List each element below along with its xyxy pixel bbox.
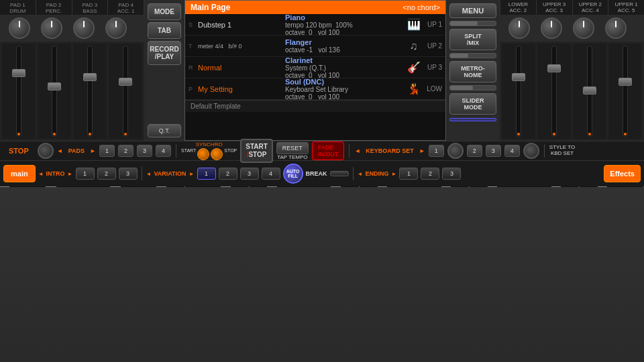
main-button[interactable]: main: [3, 165, 36, 182]
black-key-15[interactable]: [313, 186, 331, 187]
song-row-1-up: UP 1: [425, 21, 442, 28]
kbd-round-4[interactable]: [523, 143, 539, 159]
kbd-btn-1[interactable]: 1: [429, 145, 444, 157]
black-key-13[interactable]: [277, 186, 295, 187]
pad-btn-4[interactable]: 4: [156, 145, 171, 157]
qt-button[interactable]: Q.T.: [148, 124, 181, 137]
kbd-btn-3[interactable]: 3: [486, 145, 501, 157]
start-stop-button[interactable]: START /STOP: [240, 139, 273, 163]
black-key-11[interactable]: [231, 186, 249, 187]
kbd-btn-2[interactable]: 2: [467, 145, 482, 157]
black-key-19[interactable]: [405, 186, 423, 187]
black-key-14[interactable]: [295, 186, 313, 187]
black-key-8[interactable]: [166, 186, 184, 187]
var-btn-4[interactable]: 4: [262, 168, 280, 180]
center-section: MODE TAB RECORD /PLAY Q.T. Main Page <no…: [144, 0, 500, 141]
fader-3[interactable]: [73, 44, 107, 139]
end-btn-2[interactable]: 2: [421, 168, 439, 180]
kbd-round-1[interactable]: [447, 143, 464, 159]
auto-fill-button[interactable]: AUTO FILL: [283, 164, 303, 184]
right-faders: LOWER ACC. 2 UPPER 3 ACC. 3 UPPER 2 ACC.…: [500, 0, 644, 141]
knob-2[interactable]: [41, 17, 62, 39]
black-key-23[interactable]: [497, 186, 515, 187]
black-key-4[interactable]: [74, 186, 92, 187]
black-key-24[interactable]: [515, 186, 533, 187]
knob-r1[interactable]: [508, 17, 530, 39]
fader-r2[interactable]: [537, 44, 571, 139]
fader-1[interactable]: [2, 44, 36, 139]
knob-r3[interactable]: [573, 17, 594, 39]
black-key-22[interactable]: [470, 186, 488, 187]
fader-2[interactable]: [38, 44, 71, 139]
right-knobs: [500, 15, 644, 42]
black-key-27[interactable]: [580, 186, 598, 187]
song-row-2[interactable]: T meter 4/4 b/# 0 Flanger octave -1 vol …: [185, 36, 445, 57]
break-label: BREAK: [306, 170, 327, 177]
black-key-6[interactable]: [121, 186, 139, 187]
synchro-section: SYNCHRO START STOP: [181, 141, 237, 160]
black-key-1[interactable]: [9, 186, 28, 187]
knob-r2[interactable]: [541, 17, 562, 39]
black-key-25[interactable]: [533, 186, 551, 187]
song-row-3-name: Normal: [198, 64, 285, 72]
stop-round[interactable]: [38, 143, 54, 159]
synchro-stop-btn[interactable]: [211, 148, 223, 160]
knob-r4[interactable]: [605, 17, 627, 39]
black-key-20[interactable]: [423, 186, 441, 187]
tap-tempo-label: TAP TEMPO: [277, 154, 307, 160]
pad-btn-1[interactable]: 1: [99, 145, 115, 157]
black-key-5[interactable]: [92, 186, 110, 187]
right-labels: LOWER ACC. 2 UPPER 3 ACC. 3 UPPER 2 ACC.…: [500, 0, 644, 15]
black-key-21[interactable]: [451, 186, 469, 187]
black-key-3[interactable]: [56, 186, 74, 187]
pad-btn-2[interactable]: 2: [118, 145, 133, 157]
song-row-3[interactable]: R Normal Clarinet System (Q.T.) octave 0…: [185, 57, 445, 78]
metro-nome-button[interactable]: METRO- NOME: [449, 61, 496, 82]
intro-btn-1[interactable]: 1: [76, 168, 95, 180]
record-button[interactable]: RECORD /PLAY: [148, 41, 181, 65]
pad-btn-3[interactable]: 3: [137, 145, 152, 157]
knob-4[interactable]: [105, 17, 127, 39]
white-keys: [0, 186, 644, 187]
fader-r1[interactable]: [502, 44, 535, 139]
kbd-arrow-right: ►: [419, 147, 425, 154]
split-mix-button[interactable]: SPLIT /MIX: [449, 29, 496, 50]
black-key-7[interactable]: [138, 186, 156, 187]
black-key-18[interactable]: [387, 186, 405, 187]
left-faders: [0, 42, 144, 141]
intro-btn-3[interactable]: 3: [119, 168, 138, 180]
end-btn-1[interactable]: 1: [399, 168, 418, 180]
song-row-2-name: meter 4/4 b/# 0: [198, 43, 285, 50]
stop-button[interactable]: STOP: [3, 145, 34, 157]
effects-button[interactable]: Effects: [604, 165, 641, 182]
end-btn-3[interactable]: 3: [442, 168, 461, 180]
var-btn-2[interactable]: 2: [219, 168, 237, 180]
slider-mode-button[interactable]: SLIDER MODE: [449, 93, 496, 115]
black-key-26[interactable]: [561, 186, 579, 187]
fader-r3[interactable]: [573, 44, 606, 139]
knob-3[interactable]: [73, 17, 95, 39]
black-key-2[interactable]: [28, 186, 46, 187]
black-key-12[interactable]: [250, 186, 268, 187]
song-row-4[interactable]: P My Setting Soul (DNC) Keyboard Set Lib…: [185, 78, 445, 100]
var-btn-1[interactable]: 1: [197, 168, 216, 180]
black-key-10[interactable]: [203, 186, 221, 187]
reset-button[interactable]: RESET: [276, 142, 309, 154]
knob-1[interactable]: [9, 17, 30, 39]
intro-btn-2[interactable]: 2: [97, 168, 116, 180]
black-key-29[interactable]: [625, 186, 643, 187]
fade-button[interactable]: FADE IN/OUT: [312, 141, 345, 160]
song-row-1[interactable]: S Dubstep 1 Piano tempo 120 bpm 100% oct…: [185, 14, 445, 36]
break-btn[interactable]: [330, 171, 349, 176]
kbd-btn-4[interactable]: 4: [504, 145, 520, 157]
black-key-9[interactable]: [185, 186, 203, 187]
fader-r4[interactable]: [608, 44, 642, 139]
black-key-16[interactable]: [341, 186, 359, 187]
synchro-start-btn[interactable]: [197, 148, 209, 160]
mode-button[interactable]: MODE: [148, 3, 181, 20]
var-btn-3[interactable]: 3: [240, 168, 259, 180]
tab-button[interactable]: TAB: [148, 22, 181, 39]
fader-4[interactable]: [109, 44, 142, 139]
black-key-28[interactable]: [607, 186, 625, 187]
black-key-17[interactable]: [360, 186, 378, 187]
